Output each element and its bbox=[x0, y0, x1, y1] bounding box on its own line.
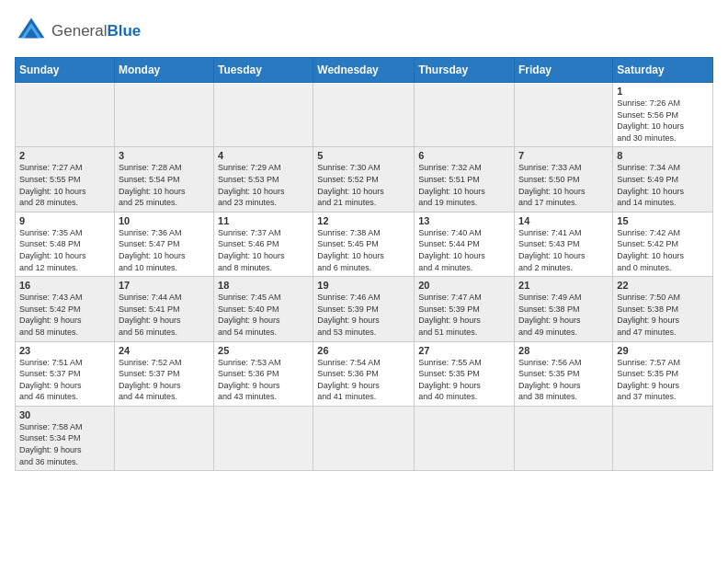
day-info: Sunrise: 7:35 AM Sunset: 5:48 PM Dayligh… bbox=[19, 227, 110, 273]
day-number: 8 bbox=[617, 150, 709, 161]
col-header-wednesday: Wednesday bbox=[313, 58, 415, 83]
calendar-week-3: 16Sunrise: 7:43 AM Sunset: 5:42 PM Dayli… bbox=[16, 277, 713, 341]
calendar-cell bbox=[214, 406, 313, 470]
day-info: Sunrise: 7:58 AM Sunset: 5:34 PM Dayligh… bbox=[19, 421, 110, 467]
calendar-cell bbox=[313, 83, 415, 147]
day-number: 7 bbox=[518, 150, 609, 161]
day-number: 3 bbox=[119, 150, 210, 161]
calendar-cell: 12Sunrise: 7:38 AM Sunset: 5:45 PM Dayli… bbox=[313, 212, 415, 276]
calendar-cell: 17Sunrise: 7:44 AM Sunset: 5:41 PM Dayli… bbox=[114, 277, 213, 341]
calendar-cell bbox=[114, 406, 213, 470]
logo-text: GeneralBlue bbox=[51, 23, 141, 40]
day-info: Sunrise: 7:45 AM Sunset: 5:40 PM Dayligh… bbox=[218, 292, 309, 338]
col-header-thursday: Thursday bbox=[415, 58, 515, 83]
calendar-cell: 27Sunrise: 7:55 AM Sunset: 5:35 PM Dayli… bbox=[415, 341, 515, 406]
day-number: 30 bbox=[19, 409, 110, 420]
calendar-cell: 28Sunrise: 7:56 AM Sunset: 5:35 PM Dayli… bbox=[515, 341, 613, 406]
day-info: Sunrise: 7:28 AM Sunset: 5:54 PM Dayligh… bbox=[119, 162, 210, 208]
day-number: 18 bbox=[218, 280, 309, 291]
day-info: Sunrise: 7:54 AM Sunset: 5:36 PM Dayligh… bbox=[317, 357, 410, 403]
day-info: Sunrise: 7:56 AM Sunset: 5:35 PM Dayligh… bbox=[518, 357, 609, 403]
calendar-cell: 11Sunrise: 7:37 AM Sunset: 5:46 PM Dayli… bbox=[214, 212, 313, 276]
calendar-cell: 25Sunrise: 7:53 AM Sunset: 5:36 PM Dayli… bbox=[214, 341, 313, 406]
day-number: 19 bbox=[317, 280, 410, 291]
day-info: Sunrise: 7:30 AM Sunset: 5:52 PM Dayligh… bbox=[317, 162, 410, 208]
day-info: Sunrise: 7:26 AM Sunset: 5:56 PM Dayligh… bbox=[617, 98, 709, 144]
day-info: Sunrise: 7:55 AM Sunset: 5:35 PM Dayligh… bbox=[418, 357, 510, 403]
col-header-monday: Monday bbox=[114, 58, 213, 83]
calendar-cell: 2Sunrise: 7:27 AM Sunset: 5:55 PM Daylig… bbox=[16, 147, 115, 212]
day-number: 22 bbox=[617, 280, 709, 291]
day-info: Sunrise: 7:42 AM Sunset: 5:42 PM Dayligh… bbox=[617, 227, 709, 273]
calendar-cell: 21Sunrise: 7:49 AM Sunset: 5:38 PM Dayli… bbox=[515, 277, 613, 341]
calendar-cell: 1Sunrise: 7:26 AM Sunset: 5:56 PM Daylig… bbox=[613, 83, 713, 147]
calendar-week-4: 23Sunrise: 7:51 AM Sunset: 5:37 PM Dayli… bbox=[16, 341, 713, 406]
day-number: 16 bbox=[19, 280, 110, 291]
calendar-week-5: 30Sunrise: 7:58 AM Sunset: 5:34 PM Dayli… bbox=[16, 406, 713, 470]
day-number: 10 bbox=[119, 215, 210, 226]
day-number: 9 bbox=[19, 215, 110, 226]
day-number: 24 bbox=[119, 345, 210, 356]
day-number: 4 bbox=[218, 150, 309, 161]
day-number: 6 bbox=[418, 150, 510, 161]
day-info: Sunrise: 7:49 AM Sunset: 5:38 PM Dayligh… bbox=[518, 292, 609, 338]
calendar-week-2: 9Sunrise: 7:35 AM Sunset: 5:48 PM Daylig… bbox=[16, 212, 713, 276]
day-info: Sunrise: 7:44 AM Sunset: 5:41 PM Dayligh… bbox=[119, 292, 210, 338]
calendar-week-0: 1Sunrise: 7:26 AM Sunset: 5:56 PM Daylig… bbox=[16, 83, 713, 147]
col-header-tuesday: Tuesday bbox=[214, 58, 313, 83]
calendar-cell: 9Sunrise: 7:35 AM Sunset: 5:48 PM Daylig… bbox=[16, 212, 115, 276]
day-number: 11 bbox=[218, 215, 309, 226]
calendar-cell bbox=[415, 406, 515, 470]
calendar-cell: 24Sunrise: 7:52 AM Sunset: 5:37 PM Dayli… bbox=[114, 341, 213, 406]
day-info: Sunrise: 7:43 AM Sunset: 5:42 PM Dayligh… bbox=[19, 292, 110, 338]
calendar-cell bbox=[415, 83, 515, 147]
day-number: 25 bbox=[218, 345, 309, 356]
page: GeneralBlue SundayMondayTuesdayWednesday… bbox=[0, 0, 728, 563]
day-number: 12 bbox=[317, 215, 410, 226]
day-number: 23 bbox=[19, 345, 110, 356]
day-info: Sunrise: 7:51 AM Sunset: 5:37 PM Dayligh… bbox=[19, 357, 110, 403]
col-header-saturday: Saturday bbox=[613, 58, 713, 83]
logo-icon bbox=[15, 15, 48, 48]
day-number: 17 bbox=[119, 280, 210, 291]
calendar-cell: 14Sunrise: 7:41 AM Sunset: 5:43 PM Dayli… bbox=[515, 212, 613, 276]
calendar-cell: 18Sunrise: 7:45 AM Sunset: 5:40 PM Dayli… bbox=[214, 277, 313, 341]
day-number: 26 bbox=[317, 345, 410, 356]
day-info: Sunrise: 7:34 AM Sunset: 5:49 PM Dayligh… bbox=[617, 162, 709, 208]
header: GeneralBlue bbox=[15, 15, 713, 48]
day-number: 14 bbox=[518, 215, 609, 226]
calendar-cell: 10Sunrise: 7:36 AM Sunset: 5:47 PM Dayli… bbox=[114, 212, 213, 276]
calendar-cell: 29Sunrise: 7:57 AM Sunset: 5:35 PM Dayli… bbox=[613, 341, 713, 406]
logo-general: General bbox=[51, 22, 107, 40]
calendar-header-row: SundayMondayTuesdayWednesdayThursdayFrid… bbox=[16, 58, 713, 83]
calendar-cell: 16Sunrise: 7:43 AM Sunset: 5:42 PM Dayli… bbox=[16, 277, 115, 341]
day-info: Sunrise: 7:29 AM Sunset: 5:53 PM Dayligh… bbox=[218, 162, 309, 208]
day-info: Sunrise: 7:33 AM Sunset: 5:50 PM Dayligh… bbox=[518, 162, 609, 208]
calendar-cell: 4Sunrise: 7:29 AM Sunset: 5:53 PM Daylig… bbox=[214, 147, 313, 212]
day-number: 2 bbox=[19, 150, 110, 161]
day-info: Sunrise: 7:27 AM Sunset: 5:55 PM Dayligh… bbox=[19, 162, 110, 208]
day-number: 27 bbox=[418, 345, 510, 356]
calendar-table: SundayMondayTuesdayWednesdayThursdayFrid… bbox=[15, 57, 713, 471]
day-info: Sunrise: 7:47 AM Sunset: 5:39 PM Dayligh… bbox=[418, 292, 510, 338]
calendar-cell bbox=[16, 83, 115, 147]
day-number: 21 bbox=[518, 280, 609, 291]
day-number: 5 bbox=[317, 150, 410, 161]
calendar-cell: 20Sunrise: 7:47 AM Sunset: 5:39 PM Dayli… bbox=[415, 277, 515, 341]
day-info: Sunrise: 7:53 AM Sunset: 5:36 PM Dayligh… bbox=[218, 357, 309, 403]
logo-blue: Blue bbox=[107, 22, 141, 40]
calendar-cell: 22Sunrise: 7:50 AM Sunset: 5:38 PM Dayli… bbox=[613, 277, 713, 341]
calendar-cell: 23Sunrise: 7:51 AM Sunset: 5:37 PM Dayli… bbox=[16, 341, 115, 406]
calendar-cell bbox=[313, 406, 415, 470]
day-number: 28 bbox=[518, 345, 609, 356]
day-info: Sunrise: 7:37 AM Sunset: 5:46 PM Dayligh… bbox=[218, 227, 309, 273]
col-header-sunday: Sunday bbox=[16, 58, 115, 83]
day-number: 20 bbox=[418, 280, 510, 291]
day-info: Sunrise: 7:57 AM Sunset: 5:35 PM Dayligh… bbox=[617, 357, 709, 403]
day-number: 15 bbox=[617, 215, 709, 226]
calendar-cell bbox=[515, 83, 613, 147]
calendar-cell bbox=[515, 406, 613, 470]
day-info: Sunrise: 7:41 AM Sunset: 5:43 PM Dayligh… bbox=[518, 227, 609, 273]
day-number: 1 bbox=[617, 86, 709, 97]
calendar-cell: 7Sunrise: 7:33 AM Sunset: 5:50 PM Daylig… bbox=[515, 147, 613, 212]
